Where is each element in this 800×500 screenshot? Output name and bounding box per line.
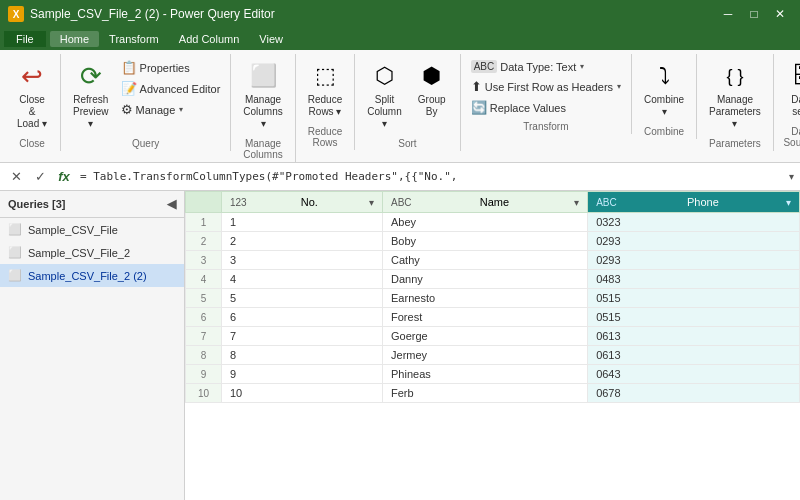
manage-params-button[interactable]: { } ManageParameters ▾ xyxy=(703,56,767,134)
manage-params-icon: { } xyxy=(719,60,751,92)
refresh-preview-label: RefreshPreview ▾ xyxy=(73,94,109,130)
formula-fx-button[interactable]: fx xyxy=(54,167,74,187)
no-header-content: 123 No. ▾ xyxy=(230,196,374,208)
formula-dropdown-button[interactable]: ▾ xyxy=(789,171,794,182)
cell-no-5: 5 xyxy=(222,289,383,308)
no-filter-button[interactable]: ▾ xyxy=(369,197,374,208)
data-type-label: Data Type: Text xyxy=(500,61,576,73)
name-filter-button[interactable]: ▾ xyxy=(574,197,579,208)
combine-icon: ⤵ xyxy=(648,60,680,92)
no-column-header: 123 No. ▾ xyxy=(222,192,383,213)
manage-label: Manage xyxy=(136,104,176,116)
table-icon-2: ⬜ xyxy=(8,246,22,259)
data-type-dropdown: ▾ xyxy=(580,62,584,71)
table-row: 5 5 Earnesto 0515 xyxy=(186,289,800,308)
sidebar-item-csv2-2[interactable]: ⬜ Sample_CSV_File_2 (2) xyxy=(0,264,184,287)
split-column-button[interactable]: ⬡ SplitColumn ▾ xyxy=(361,56,407,134)
data-type-button[interactable]: ABC Data Type: Text ▾ xyxy=(467,58,625,75)
advanced-editor-button[interactable]: 📝 Advanced Editor xyxy=(117,79,225,98)
formula-input[interactable] xyxy=(80,170,783,183)
reduce-rows-group-label: Reduce Rows xyxy=(300,124,350,150)
ribbon-group-sort: ⬡ SplitColumn ▾ ⬢ GroupBy Sort xyxy=(355,54,460,151)
formula-actions: ✕ ✓ fx xyxy=(6,167,74,187)
cell-phone-3: 0293 xyxy=(588,251,800,270)
close-load-button[interactable]: ↩ Close &Load ▾ xyxy=(10,56,54,134)
add-column-menu[interactable]: Add Column xyxy=(169,31,250,47)
manage-params-label: ManageParameters ▾ xyxy=(709,94,761,130)
file-menu[interactable]: File xyxy=(4,31,46,47)
datasources-group-label: Data Sources xyxy=(778,124,800,150)
combine-group-label: Combine xyxy=(636,124,692,139)
table-row: 7 7 Goerge 0613 xyxy=(186,327,800,346)
ribbon-group-transform-content: ABC Data Type: Text ▾ ⬆ Use First Row as… xyxy=(465,54,627,117)
split-column-icon: ⬡ xyxy=(368,60,400,92)
window-controls: ─ □ ✕ xyxy=(716,4,792,24)
split-column-label: SplitColumn ▾ xyxy=(367,94,401,130)
name-header-label: Name xyxy=(480,196,509,208)
sidebar-collapse-button[interactable]: ◀ xyxy=(167,197,176,211)
data-area: 123 No. ▾ ABC Name ▾ xyxy=(185,191,800,500)
row-num-3: 3 xyxy=(186,251,222,270)
replace-values-button[interactable]: 🔄 Replace Values xyxy=(467,98,625,117)
row-num-6: 6 xyxy=(186,308,222,327)
reduce-rows-button[interactable]: ⬚ ReduceRows ▾ xyxy=(302,56,348,122)
refresh-preview-button[interactable]: ⟳ RefreshPreview ▾ xyxy=(67,56,115,134)
properties-button[interactable]: 📋 Properties xyxy=(117,58,225,77)
transform-group-label: Transform xyxy=(465,119,627,134)
formula-cancel-button[interactable]: ✕ xyxy=(6,167,26,187)
no-type-icon: 123 xyxy=(230,197,247,208)
queries-sidebar: Queries [3] ◀ ⬜ Sample_CSV_File ⬜ Sample… xyxy=(0,191,185,500)
table-row: 10 10 Ferb 0678 xyxy=(186,384,800,403)
no-header-label: No. xyxy=(301,196,318,208)
cell-no-6: 6 xyxy=(222,308,383,327)
row-num-4: 4 xyxy=(186,270,222,289)
cell-phone-7: 0613 xyxy=(588,327,800,346)
manage-columns-label: ManageColumns ▾ xyxy=(243,94,282,130)
cell-no-7: 7 xyxy=(222,327,383,346)
row-num-5: 5 xyxy=(186,289,222,308)
sidebar-item-label-2: Sample_CSV_File_2 xyxy=(28,247,130,259)
ribbon-group-query: ⟳ RefreshPreview ▾ 📋 Properties 📝 Advanc… xyxy=(61,54,231,151)
close-group-label: Close xyxy=(8,136,56,151)
use-first-row-icon: ⬆ xyxy=(471,79,482,94)
table-row: 3 3 Cathy 0293 xyxy=(186,251,800,270)
ribbon-group-parameters: { } ManageParameters ▾ Parameters xyxy=(697,54,774,151)
manage-columns-button[interactable]: ⬜ ManageColumns ▾ xyxy=(237,56,288,134)
phone-filter-button[interactable]: ▾ xyxy=(786,197,791,208)
use-first-row-button[interactable]: ⬆ Use First Row as Headers ▾ xyxy=(467,77,625,96)
use-first-row-dropdown: ▾ xyxy=(617,82,621,91)
replace-values-label: Replace Values xyxy=(490,102,566,114)
ribbon-group-transform: ABC Data Type: Text ▾ ⬆ Use First Row as… xyxy=(461,54,632,134)
combine-button[interactable]: ⤵ Combine ▾ xyxy=(638,56,690,122)
view-menu[interactable]: View xyxy=(249,31,293,47)
cell-phone-6: 0515 xyxy=(588,308,800,327)
transform-menu[interactable]: Transform xyxy=(99,31,169,47)
refresh-icon: ⟳ xyxy=(75,60,107,92)
ribbon-group-query-content: ⟳ RefreshPreview ▾ 📋 Properties 📝 Advanc… xyxy=(65,54,226,134)
maximize-button[interactable]: □ xyxy=(742,4,766,24)
group-by-button[interactable]: ⬢ GroupBy xyxy=(410,56,454,122)
manage-button[interactable]: ⚙ Manage ▾ xyxy=(117,100,225,119)
reduce-rows-label: ReduceRows ▾ xyxy=(308,94,342,118)
ribbon-group-datasources-content: 🗄 Datase... xyxy=(778,54,800,122)
formula-confirm-button[interactable]: ✓ xyxy=(30,167,50,187)
phone-type-icon: ABC xyxy=(596,197,617,208)
cell-phone-1: 0323 xyxy=(588,213,800,232)
sidebar-item-csv2[interactable]: ⬜ Sample_CSV_File_2 xyxy=(0,241,184,264)
title-bar: X Sample_CSV_File_2 (2) - Power Query Ed… xyxy=(0,0,800,28)
use-first-row-label: Use First Row as Headers xyxy=(485,81,613,93)
data-sources-button[interactable]: 🗄 Datase... xyxy=(780,56,800,122)
phone-header-label: Phone xyxy=(687,196,719,208)
close-window-button[interactable]: ✕ xyxy=(768,4,792,24)
cell-phone-10: 0678 xyxy=(588,384,800,403)
sidebar-header: Queries [3] ◀ xyxy=(0,191,184,218)
sidebar-item-csv1[interactable]: ⬜ Sample_CSV_File xyxy=(0,218,184,241)
minimize-button[interactable]: ─ xyxy=(716,4,740,24)
cell-name-10: Ferb xyxy=(383,384,588,403)
table-row: 4 4 Danny 0483 xyxy=(186,270,800,289)
sidebar-item-label-1: Sample_CSV_File xyxy=(28,224,118,236)
data-sources-label: Datase... xyxy=(791,94,800,118)
cell-no-10: 10 xyxy=(222,384,383,403)
home-menu[interactable]: Home xyxy=(50,31,99,47)
table-row: 9 9 Phineas 0643 xyxy=(186,365,800,384)
